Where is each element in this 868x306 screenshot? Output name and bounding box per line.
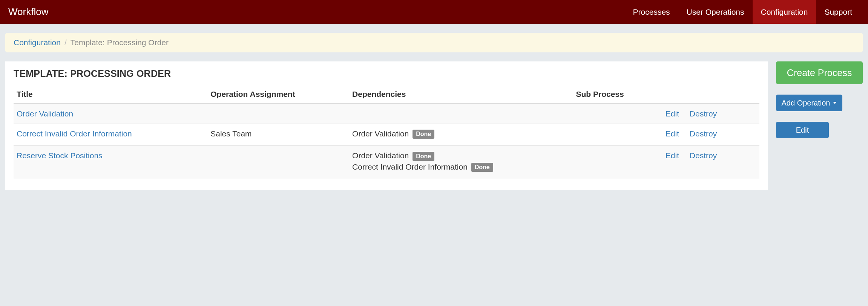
breadcrumb-configuration-link[interactable]: Configuration: [14, 38, 61, 47]
brand[interactable]: Workflow: [8, 6, 48, 18]
row-destroy-link[interactable]: Destroy: [690, 129, 717, 138]
template-panel: Template: Processing Order Title Operati…: [5, 61, 768, 190]
row-destroy-link[interactable]: Destroy: [690, 151, 717, 160]
dependency-name: Order Validation: [352, 151, 409, 160]
row-destroy-link[interactable]: Destroy: [690, 109, 717, 118]
col-actions: [663, 86, 759, 104]
add-operation-label: Add Operation: [782, 99, 830, 107]
col-assignment: Operation Assignment: [207, 86, 349, 104]
sidebar: Create Process Add Operation Edit: [776, 61, 863, 138]
breadcrumb-current: Template: Processing Order: [71, 38, 169, 47]
row-subprocess: [573, 104, 662, 124]
col-title: Title: [14, 86, 207, 104]
table-row: Order Validation Edit Destroy: [14, 104, 759, 124]
panel-title: Template: Processing Order: [14, 68, 759, 79]
row-dependencies: Order Validation Done Correct Invalid Or…: [349, 146, 573, 179]
create-process-label: Create Process: [787, 67, 852, 78]
nav-user-operations[interactable]: User Operations: [678, 0, 753, 24]
row-assignment: Sales Team: [207, 124, 349, 146]
col-dependencies: Dependencies: [349, 86, 573, 104]
row-dependencies: [349, 104, 573, 124]
caret-down-icon: [833, 102, 837, 104]
row-edit-link[interactable]: Edit: [666, 151, 679, 160]
edit-template-button[interactable]: Edit: [776, 122, 829, 138]
row-title-link[interactable]: Reserve Stock Positions: [17, 151, 103, 160]
nav-support[interactable]: Support: [816, 0, 860, 24]
dependency-status-badge: Done: [413, 152, 434, 161]
dependency-status-badge: Done: [471, 163, 493, 172]
row-dependencies: Order Validation Done: [349, 124, 573, 146]
row-edit-link[interactable]: Edit: [666, 129, 679, 138]
add-operation-button[interactable]: Add Operation: [776, 95, 842, 111]
dependency-status-badge: Done: [413, 130, 434, 139]
dependency-name: Correct Invalid Order Information: [352, 162, 468, 171]
col-subprocess: Sub Process: [573, 86, 662, 104]
breadcrumb-separator: /: [64, 38, 67, 47]
row-edit-link[interactable]: Edit: [666, 109, 679, 118]
edit-template-label: Edit: [796, 126, 809, 135]
row-subprocess: [573, 124, 662, 146]
operations-table: Title Operation Assignment Dependencies …: [14, 86, 759, 179]
create-process-button[interactable]: Create Process: [776, 61, 863, 84]
table-row: Reserve Stock Positions Order Validation…: [14, 146, 759, 179]
row-assignment: [207, 104, 349, 124]
breadcrumb: Configuration / Template: Processing Ord…: [5, 33, 863, 52]
row-title-link[interactable]: Order Validation: [17, 109, 73, 118]
row-subprocess: [573, 146, 662, 179]
table-row: Correct Invalid Order Information Sales …: [14, 124, 759, 146]
navbar: Workflow Processes User Operations Confi…: [0, 0, 868, 24]
nav-processes[interactable]: Processes: [625, 0, 678, 24]
nav-configuration[interactable]: Configuration: [753, 0, 816, 24]
row-title-link[interactable]: Correct Invalid Order Information: [17, 129, 132, 138]
row-assignment: [207, 146, 349, 179]
dependency-name: Order Validation: [352, 129, 409, 138]
